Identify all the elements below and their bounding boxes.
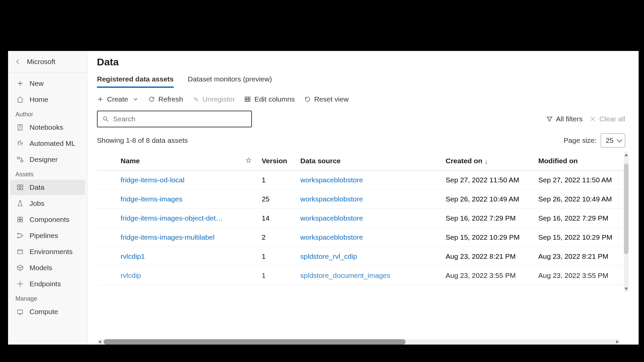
row-checkbox[interactable] bbox=[97, 266, 117, 285]
sidebar-item-models[interactable]: Models bbox=[10, 260, 85, 276]
data-source-link[interactable]: spldstore_rvl_cdip bbox=[300, 252, 357, 260]
table-row[interactable]: fridge-items-images-object-det…14workspa… bbox=[97, 209, 627, 228]
sidebar-item-label: Automated ML bbox=[30, 139, 75, 147]
row-checkbox[interactable] bbox=[97, 247, 117, 266]
column-data-source[interactable]: Data source bbox=[296, 152, 441, 171]
tab-registered-data-assets[interactable]: Registered data assets bbox=[97, 75, 174, 88]
search-icon bbox=[102, 116, 109, 122]
sidebar-item-pipelines[interactable]: Pipelines bbox=[10, 228, 85, 243]
sidebar-item-label: Models bbox=[30, 264, 52, 272]
data-source-link[interactable]: workspaceblobstore bbox=[300, 176, 363, 184]
row-checkbox[interactable] bbox=[97, 228, 117, 247]
asset-name-link[interactable]: fridge-items-images-object-det… bbox=[121, 214, 223, 222]
table-row[interactable]: rvlcdip1spldstore_document_imagesAug 23,… bbox=[97, 266, 627, 285]
sidebar-item-environments[interactable]: Environments bbox=[10, 244, 85, 259]
svg-point-18 bbox=[19, 283, 21, 285]
svg-rect-13 bbox=[20, 220, 22, 222]
page-size-select[interactable]: 25 bbox=[601, 133, 625, 147]
search-input-wrapper[interactable] bbox=[97, 111, 252, 127]
scrollbar-thumb[interactable] bbox=[624, 164, 629, 254]
sidebar-item-jobs[interactable]: Jobs bbox=[10, 196, 85, 211]
sidebar-item-label: Notebooks bbox=[30, 123, 63, 131]
back-to-org[interactable]: Microsoft bbox=[8, 54, 87, 71]
row-favorite[interactable] bbox=[241, 266, 258, 285]
home-icon bbox=[16, 96, 24, 104]
row-created: Sep 15, 2022 10:29 PM bbox=[442, 228, 534, 247]
sidebar-item-designer[interactable]: Designer bbox=[10, 152, 85, 167]
row-favorite[interactable] bbox=[241, 209, 258, 228]
search-input[interactable] bbox=[113, 115, 247, 123]
star-icon bbox=[246, 157, 252, 165]
scrollbar-thumb[interactable] bbox=[104, 339, 406, 345]
row-favorite[interactable] bbox=[241, 228, 258, 247]
vertical-scrollbar[interactable] bbox=[624, 152, 629, 292]
column-name[interactable]: Name bbox=[117, 152, 242, 171]
svg-point-15 bbox=[17, 237, 19, 238]
svg-rect-7 bbox=[20, 185, 23, 187]
row-checkbox[interactable] bbox=[97, 190, 117, 209]
sidebar: Microsoft New Home Author Notebooks bbox=[8, 51, 88, 345]
button-label: Clear all bbox=[599, 115, 625, 123]
sidebar-item-label: Pipelines bbox=[30, 232, 58, 240]
asset-name-link[interactable]: fridge-items-od-local bbox=[121, 176, 184, 184]
horizontal-scrollbar[interactable] bbox=[97, 339, 620, 345]
filter-icon bbox=[546, 116, 553, 122]
column-version[interactable]: Version bbox=[258, 152, 296, 171]
sidebar-item-endpoints[interactable]: Endpoints bbox=[10, 276, 85, 292]
data-source-link[interactable]: spldstore_document_images bbox=[300, 272, 390, 279]
data-source-link[interactable]: workspaceblobstore bbox=[300, 214, 363, 222]
row-checkbox[interactable] bbox=[97, 171, 117, 190]
asset-name-link[interactable]: rvlcdip bbox=[121, 272, 141, 279]
reset-view-button[interactable]: Reset view bbox=[304, 95, 349, 103]
sidebar-item-new[interactable]: New bbox=[10, 76, 85, 91]
row-favorite[interactable] bbox=[241, 190, 258, 209]
table-row[interactable]: fridge-items-images25workspaceblobstoreS… bbox=[97, 190, 627, 209]
asset-name-link[interactable]: fridge-items-images bbox=[121, 195, 182, 203]
sidebar-item-components[interactable]: Components bbox=[10, 212, 85, 227]
table-row[interactable]: fridge-items-od-local1workspaceblobstore… bbox=[97, 171, 627, 190]
tab-dataset-monitors[interactable]: Dataset monitors (preview) bbox=[188, 75, 272, 88]
sidebar-item-compute[interactable]: Compute bbox=[10, 304, 85, 319]
tab-bar: Registered data assets Dataset monitors … bbox=[97, 75, 639, 88]
row-created: Sep 16, 2022 7:29 PM bbox=[442, 209, 534, 228]
button-label: Unregister bbox=[203, 95, 235, 103]
row-favorite[interactable] bbox=[241, 247, 258, 266]
button-label: Edit columns bbox=[254, 95, 294, 103]
sidebar-item-notebooks[interactable]: Notebooks bbox=[10, 120, 85, 135]
sidebar-item-home[interactable]: Home bbox=[10, 92, 85, 107]
create-button[interactable]: Create bbox=[97, 95, 139, 103]
sidebar-item-label: New bbox=[30, 79, 44, 87]
sidebar-item-label: Jobs bbox=[30, 199, 44, 207]
list-meta-row: Showing 1-8 of 8 data assets Page size: … bbox=[97, 133, 639, 147]
svg-rect-0 bbox=[18, 125, 22, 130]
svg-rect-17 bbox=[18, 250, 23, 254]
row-created: Sep 26, 2022 10:49 AM bbox=[442, 190, 534, 209]
page-title: Data bbox=[97, 56, 639, 68]
edit-columns-button[interactable]: Edit columns bbox=[244, 95, 294, 103]
main-content: Data Registered data assets Dataset moni… bbox=[88, 51, 639, 345]
column-created-on[interactable]: Created on↓ bbox=[442, 152, 534, 171]
sidebar-item-data[interactable]: Data bbox=[10, 180, 85, 195]
row-favorite[interactable] bbox=[241, 171, 258, 190]
asset-name-link[interactable]: rvlcdip1 bbox=[121, 252, 145, 260]
table-row[interactable]: fridge-items-images-multilabel2workspace… bbox=[97, 228, 627, 247]
asset-name-link[interactable]: fridge-items-images-multilabel bbox=[121, 233, 215, 241]
components-icon bbox=[16, 216, 24, 224]
row-checkbox[interactable] bbox=[97, 209, 117, 228]
data-assets-table: Name Version Data source Created on↓ Mod… bbox=[97, 152, 627, 285]
all-filters-button[interactable]: All filters bbox=[546, 115, 583, 123]
data-source-link[interactable]: workspaceblobstore bbox=[300, 233, 363, 241]
pipeline-icon bbox=[16, 232, 24, 240]
column-checkbox[interactable] bbox=[97, 152, 117, 171]
row-version: 14 bbox=[258, 209, 296, 228]
data-source-link[interactable]: workspaceblobstore bbox=[300, 195, 363, 203]
refresh-button[interactable]: Refresh bbox=[148, 95, 183, 103]
sidebar-item-automl[interactable]: Automated ML bbox=[10, 136, 85, 151]
svg-point-14 bbox=[17, 233, 19, 235]
table-row[interactable]: rvlcdip11spldstore_rvl_cdipAug 23, 2022 … bbox=[97, 247, 627, 266]
clear-all-button[interactable]: Clear all bbox=[589, 115, 625, 123]
column-modified-on[interactable]: Modified on bbox=[534, 152, 627, 171]
refresh-icon bbox=[148, 96, 155, 103]
column-favorite[interactable] bbox=[241, 152, 258, 171]
page-size-label: Page size: bbox=[564, 136, 597, 144]
